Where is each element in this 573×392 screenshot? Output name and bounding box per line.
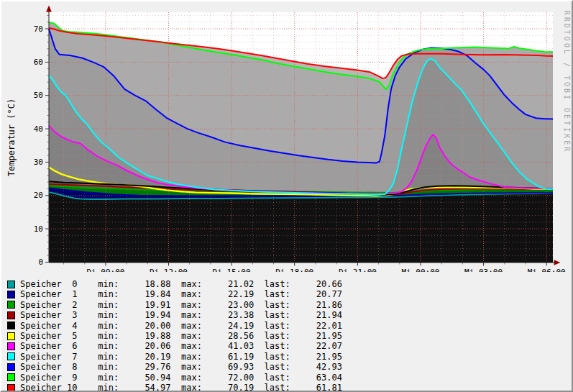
legend-row: Speicher 10 min: 54.97 max: 70.19 last: … [7,383,342,392]
svg-text:Mi 00:00: Mi 00:00 [402,268,440,272]
y-axis-title: Temperatur (°C) [6,99,17,176]
legend-row: Speicher 1 min: 19.84 max: 22.19 last: 2… [7,289,342,299]
svg-text:30: 30 [34,158,43,167]
area-speicher-0 [49,192,553,263]
legend-row: Speicher 7 min: 20.19 max: 61.19 last: 2… [7,352,342,362]
legend-text: Speicher 5 min: 19.88 max: 28.56 last: 2… [20,331,342,341]
svg-text:Di 15:00: Di 15:00 [213,268,251,272]
legend-swatch [7,281,15,288]
legend-text: Speicher 6 min: 20.06 max: 41.03 last: 2… [20,341,342,351]
svg-text:Mi 06:00: Mi 06:00 [528,268,566,272]
svg-text:0: 0 [38,257,43,267]
legend-row: Speicher 4 min: 20.00 max: 24.19 last: 2… [7,321,342,331]
legend-text: Speicher 3 min: 19.94 max: 23.38 last: 2… [20,310,342,320]
x-axis-arrow-icon [554,260,561,265]
legend-text: Speicher 1 min: 19.84 max: 22.19 last: 2… [20,289,342,299]
svg-text:Di 09:00: Di 09:00 [86,268,124,272]
legend-row: Speicher 2 min: 19.91 max: 23.00 last: 2… [7,300,342,310]
legend-text: Speicher 7 min: 20.19 max: 61.19 last: 2… [20,352,342,362]
svg-text:10: 10 [34,224,43,234]
svg-text:Di 21:00: Di 21:00 [339,268,377,272]
chart-svg: 010203040506070Di 09:00Di 12:00Di 15:00D… [1,1,573,272]
svg-text:50: 50 [34,91,43,100]
legend-row: Speicher 6 min: 20.06 max: 41.03 last: 2… [7,341,342,351]
y-axis-arrow-icon [46,6,52,12]
svg-text:70: 70 [34,24,43,34]
legend-row: Speicher 3 min: 19.94 max: 23.38 last: 2… [7,310,342,320]
legend-text: Speicher 0 min: 18.88 max: 21.02 last: 2… [20,279,342,289]
svg-text:Mi 03:00: Mi 03:00 [464,268,503,272]
legend-swatch [7,363,15,371]
svg-text:Di 12:00: Di 12:00 [150,268,188,272]
legend-row: Speicher 8 min: 29.76 max: 69.93 last: 4… [7,362,342,372]
legend-swatch [7,291,15,298]
svg-text:60: 60 [34,58,43,67]
legend-text: Speicher 4 min: 20.00 max: 24.19 last: 2… [20,321,342,331]
legend-row: Speicher 0 min: 18.88 max: 21.02 last: 2… [7,279,342,289]
legend-text: Speicher 2 min: 19.91 max: 23.00 last: 2… [20,300,342,310]
legend-row: Speicher 9 min: 50.94 max: 72.00 last: 6… [7,373,342,383]
legend-swatch [7,301,15,309]
svg-text:40: 40 [34,124,43,134]
legend-swatch [7,384,15,392]
legend-swatch [7,332,15,340]
rrdtool-watermark: RRDTOOL / TOBI OETIKER [563,11,571,153]
legend-text: Speicher 8 min: 29.76 max: 69.93 last: 4… [20,362,342,372]
legend-swatch [7,322,15,329]
svg-text:20: 20 [34,191,43,200]
legend-swatch [7,342,15,350]
legend-swatch [7,373,15,381]
legend-swatch [7,311,15,319]
chart-legend: Speicher 0 min: 18.88 max: 21.02 last: 2… [7,279,342,392]
legend-row: Speicher 5 min: 19.88 max: 28.56 last: 2… [7,331,342,341]
legend-swatch [7,352,15,360]
temperature-chart: 010203040506070Di 09:00Di 12:00Di 15:00D… [1,1,573,272]
legend-text: Speicher 9 min: 50.94 max: 72.00 last: 6… [20,373,342,383]
legend-text: Speicher 10 min: 54.97 max: 70.19 last: … [20,383,342,392]
svg-text:Di 18:00: Di 18:00 [275,268,313,272]
rrdtool-graph-window: 010203040506070Di 09:00Di 12:00Di 15:00D… [0,0,573,392]
